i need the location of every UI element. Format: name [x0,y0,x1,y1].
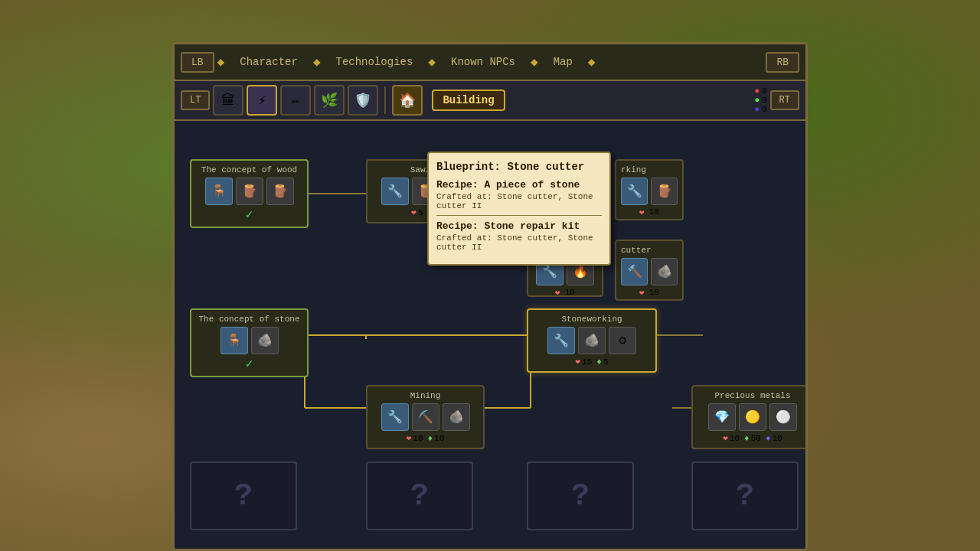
pm-cost-green-val: 50 [751,434,761,443]
tab-icon-2[interactable]: ✏️ [280,85,311,116]
sawing-cost-red-icon: ❤ [411,207,416,217]
tech-node-concept-stone[interactable]: The concept of stone 🪑 🪨 ✓ [190,308,309,377]
sawing-icon-0: 🔧 [381,178,409,205]
mining-title: Mining [372,391,479,400]
question-mark-1: ? [410,479,429,514]
rb-button[interactable]: RB [766,52,799,73]
tech-node-woodworking-partial[interactable]: rking 🔧 🪵 ❤ 10 [615,159,684,220]
pm-cost-red-val: 10 [730,434,740,443]
nav-dot-4: ◆ [531,54,538,70]
tab-icon-building-icon[interactable]: 🏠 [392,85,423,116]
tech-node-concept-wood[interactable]: The concept of wood 🪑 🪵 🪵 ✓ [190,159,309,228]
woodworking-cost-val: 10 [649,207,659,217]
concept-stone-icons: 🪑 🪨 [196,327,302,354]
nav-item-map[interactable]: Map [541,53,585,71]
recipe-1: Recipe: Stone repair kit Crafted at: Sto… [436,220,602,252]
lt-button[interactable]: LT [181,90,210,110]
woodworking-partial-icon: 🔧 [621,178,648,205]
woodworking-cost: ❤ 10 [621,207,678,217]
concept-wood-icon-0: 🪑 [205,178,233,205]
tab-icon-4[interactable]: 🛡️ [348,85,378,116]
fire-cost-icon: ❤ [555,288,560,298]
concept-wood-icon-1: 🪵 [236,178,263,205]
stoneworking-cost-red-val: 15 [582,357,592,367]
stone-cutter-cost-icon: ❤ [639,288,645,298]
mining-cost-red: ❤ 10 [407,433,423,443]
precious-metals-icons: 💎 🟡 ⚪ [697,403,805,431]
nav-item-technologies[interactable]: Technologies [324,53,426,71]
mining-cost: ❤ 10 ♦ 10 [372,433,479,443]
tab-icon-1[interactable]: ⚡ [247,85,277,116]
unknown-node-2[interactable]: ? [527,461,634,530]
mining-icon-0: 🔧 [381,403,409,431]
concept-stone-check: ✓ [196,356,302,371]
tab-building-label[interactable]: Building [432,90,505,111]
nav-dot-1: ◆ [217,54,225,70]
stone-cutter-cost-val: 10 [649,288,659,298]
nav-bar: LB ◆ Character ◆ Technologies ◆ Known NP… [175,44,805,81]
stoneworking-cost-green-val: 5 [603,357,609,367]
main-panel: LB ◆ Character ◆ Technologies ◆ Known NP… [172,42,808,551]
fire-cost: ❤ 10 [533,288,597,298]
lb-button[interactable]: LB [181,52,214,73]
mining-cost-green: ♦ 10 [428,433,445,443]
stoneworking-cost-green-icon: ♦ [596,357,602,367]
nav-item-character[interactable]: Character [227,53,310,71]
rt-button[interactable]: RT [770,90,799,110]
woodworking-partial-title: rking [621,165,678,174]
unknown-node-3[interactable]: ? [691,461,799,530]
question-mark-0: ? [234,479,253,514]
pm-cost-red: ❤ 10 [723,433,740,443]
pm-cost-blue-icon: ♦ [766,434,771,443]
nav-dot-5: ◆ [588,54,596,70]
recipe-1-title: Recipe: Stone repair kit [436,220,602,232]
res-row-red: ● 0 [754,86,766,96]
woodworking-cost-icon: ❤ [639,207,645,217]
precious-metals-title: Precious metals [697,391,805,400]
woodworking-partial-icon2: 🪵 [651,178,678,205]
stoneworking-cost: ❤ 15 ♦ 5 [533,357,651,367]
mining-icon-1: ⛏️ [412,403,439,431]
res-green-icon: ● [754,96,760,105]
recipe-0-desc: Crafted at: Stone cutter, Stone cutter I… [436,192,602,210]
tech-node-stone-cutter-partial[interactable]: cutter 🔨 🪨 ❤ 10 [615,240,684,301]
stone-cutter-cost: ❤ 10 [621,288,678,298]
res-red-icon: ● [754,86,760,96]
tab-icon-3[interactable]: 🌿 [314,85,345,116]
stone-cutter-partial-icon2: 🪨 [651,258,678,285]
res-green-value: 0 [762,96,767,105]
concept-stone-title: The concept of stone [196,315,302,324]
nav-item-npcs[interactable]: Known NPCs [439,53,528,71]
stoneworking-icons: 🔧 🪨 ⚙️ [533,327,651,354]
mining-cost-green-val: 10 [434,434,444,443]
nav-dot-3: ◆ [428,54,436,70]
res-row-blue: ● 0 [754,105,766,114]
mining-icons: 🔧 ⛏️ 🪨 [372,403,479,431]
tab-icon-0[interactable]: 🏛 [213,85,243,116]
recipe-1-desc: Crafted at: Stone cutter, Stone cutter I… [436,233,602,252]
tech-node-stoneworking[interactable]: Stoneworking 🔧 🪨 ⚙️ ❤ 15 ♦ 5 [527,308,657,373]
unknown-node-0[interactable]: ? [190,461,297,530]
tech-node-mining[interactable]: Mining 🔧 ⛏️ 🪨 ❤ 10 ♦ 10 [366,385,485,449]
tech-node-precious-metals[interactable]: Precious metals 💎 🟡 ⚪ ❤ 10 ♦ 50 [691,385,805,449]
stoneworking-icon-2: ⚙️ [609,327,636,354]
divider [384,86,386,114]
mining-cost-green-icon: ♦ [428,434,433,443]
mining-icon-2: 🪨 [443,403,470,431]
unknown-node-1[interactable]: ? [366,461,473,530]
recipe-0: Recipe: A piece of stone Crafted at: Sto… [436,179,602,210]
pm-cost-green: ♦ 50 [744,433,761,443]
fire-cost-val: 10 [565,288,575,298]
res-row-green: ● 0 [754,96,766,105]
sawing-cost-red-val: 5 [418,208,423,217]
stoneworking-cost-red-icon: ❤ [575,357,580,367]
question-mark-2: ? [571,479,590,514]
popup-divider [436,215,602,216]
precious-metals-cost: ❤ 10 ♦ 50 ♦ 10 [697,433,805,443]
popup-title: Blueprint: Stone cutter [436,161,602,173]
res-red-value: 0 [762,86,767,96]
concept-wood-icon-2: 🪵 [266,178,294,205]
concept-wood-check: ✓ [196,207,302,222]
concept-stone-icon-1: 🪨 [251,327,279,354]
mining-cost-red-val: 10 [413,434,423,443]
